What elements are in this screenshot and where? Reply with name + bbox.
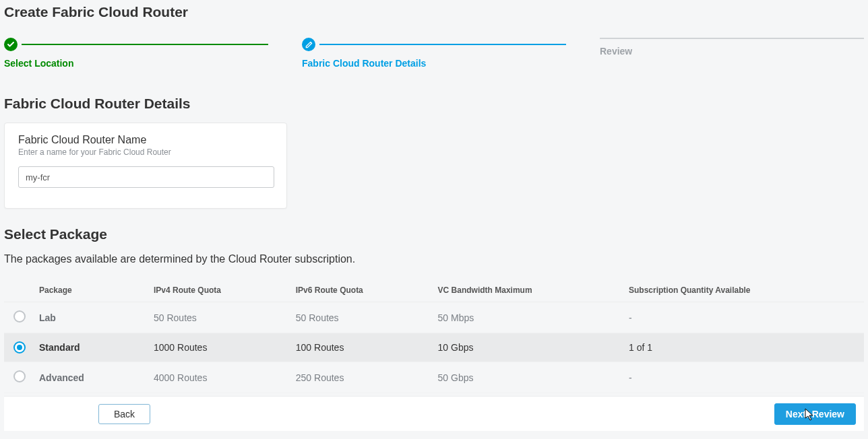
- col-ipv4: IPv4 Route Quota: [148, 279, 290, 302]
- step-line: [319, 44, 566, 45]
- pkg-ipv4: 1000 Routes: [148, 333, 290, 362]
- footer-bar: Back Next: Review: [4, 396, 864, 431]
- step-fcr-details[interactable]: Fabric Cloud Router Details: [302, 38, 566, 69]
- step-label: Select Location: [4, 58, 268, 69]
- radio-input[interactable]: [13, 310, 26, 323]
- step-select-location[interactable]: Select Location: [4, 38, 268, 69]
- radio-input[interactable]: [13, 341, 26, 353]
- col-package: Package: [34, 279, 148, 302]
- step-line: [600, 38, 864, 39]
- pkg-vcmax: 50 Gbps: [433, 362, 623, 393]
- pkg-ipv6: 100 Routes: [290, 333, 433, 362]
- pkg-subqty: 1 of 1: [623, 333, 864, 362]
- pkg-vcmax: 10 Gbps: [433, 333, 623, 362]
- step-label: Fabric Cloud Router Details: [302, 58, 566, 69]
- section-title-details: Fabric Cloud Router Details: [4, 96, 864, 112]
- fcr-name-input[interactable]: [18, 166, 274, 188]
- page-title: Create Fabric Cloud Router: [4, 4, 864, 20]
- pkg-subqty: -: [623, 362, 864, 393]
- field-label-name: Fabric Cloud Router Name: [18, 134, 273, 146]
- pkg-ipv4: 4000 Routes: [148, 362, 290, 393]
- step-line: [22, 44, 268, 45]
- pkg-name: Lab: [34, 302, 148, 333]
- check-icon: [4, 38, 18, 51]
- table-row[interactable]: Advanced 4000 Routes 250 Routes 50 Gbps …: [4, 362, 864, 393]
- pkg-ipv6: 50 Routes: [290, 302, 433, 333]
- next-review-button[interactable]: Next: Review: [774, 403, 856, 425]
- name-card: Fabric Cloud Router Name Enter a name fo…: [4, 123, 287, 209]
- section-desc-package: The packages available are determined by…: [4, 253, 864, 265]
- step-label: Review: [600, 46, 864, 57]
- stepper: Select Location Fabric Cloud Router Deta…: [4, 38, 864, 69]
- package-table: Package IPv4 Route Quota IPv6 Route Quot…: [4, 279, 864, 393]
- col-subqty: Subscription Quantity Available: [623, 279, 864, 302]
- step-review: Review: [600, 38, 864, 69]
- pkg-subqty: -: [623, 302, 864, 333]
- pkg-name: Advanced: [34, 362, 148, 393]
- pkg-ipv6: 250 Routes: [290, 362, 433, 393]
- col-radio: [4, 279, 34, 302]
- edit-icon: [302, 38, 315, 51]
- table-row[interactable]: Standard 1000 Routes 100 Routes 10 Gbps …: [4, 333, 864, 362]
- table-row[interactable]: Lab 50 Routes 50 Routes 50 Mbps -: [4, 302, 864, 333]
- field-help-name: Enter a name for your Fabric Cloud Route…: [18, 147, 273, 157]
- pkg-vcmax: 50 Mbps: [433, 302, 623, 333]
- pkg-name: Standard: [34, 333, 148, 362]
- col-ipv6: IPv6 Route Quota: [290, 279, 433, 302]
- back-button[interactable]: Back: [98, 404, 150, 424]
- pkg-ipv4: 50 Routes: [148, 302, 290, 333]
- col-vcmax: VC Bandwidth Maximum: [433, 279, 623, 302]
- radio-input[interactable]: [13, 370, 26, 382]
- section-title-package: Select Package: [4, 226, 864, 242]
